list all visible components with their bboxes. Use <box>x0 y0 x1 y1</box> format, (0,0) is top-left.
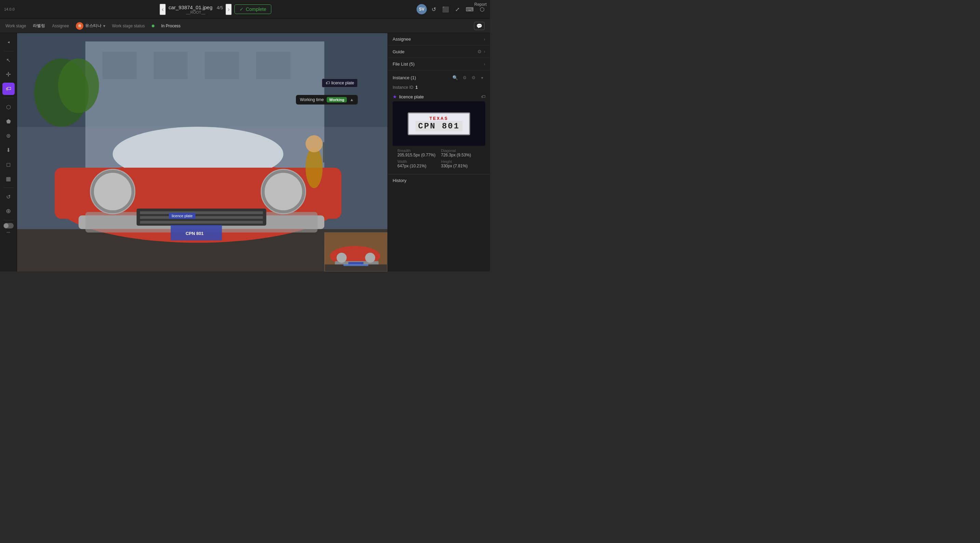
instance-filter-button[interactable]: ⚙ <box>461 74 468 82</box>
toolbar-divider-3 <box>3 187 14 188</box>
file-list-section-icons: › <box>484 62 485 67</box>
history-section: History <box>388 174 490 186</box>
collapse-working-icon[interactable]: ▲ <box>350 97 354 102</box>
plate-state: TEXAS <box>415 116 463 121</box>
next-file-button[interactable]: › <box>226 4 232 15</box>
instance-section-header: Instance (1) 🔍 ⚙ ⚙ ▾ <box>388 70 490 84</box>
file-list-section-title: File List (5) <box>393 62 415 67</box>
file-list-section: File List (5) › <box>388 58 490 70</box>
instance-section: Instance (1) 🔍 ⚙ ⚙ ▾ Instance ID 1 ★ lic… <box>388 70 490 174</box>
width-value: 647px (10.21%) <box>398 164 437 168</box>
filter-icon[interactable]: ⚙ <box>477 49 482 54</box>
file-root: __ROOT__ <box>169 10 223 14</box>
canvas-working-time[interactable]: Working time Working ▲ <box>296 95 358 105</box>
instance-tag-icon[interactable]: 🏷 <box>481 94 485 99</box>
instance-collapse-button[interactable]: ▾ <box>479 75 485 81</box>
collapse-panel-button[interactable]: ◂ <box>2 36 15 48</box>
file-index: 4/5 <box>216 5 223 10</box>
keyboard-button[interactable]: ⌨ <box>465 5 475 14</box>
breadth-value: 205,915.5px (0.77%) <box>398 152 437 157</box>
label-tag-icon: 🏷 <box>326 81 330 86</box>
grid-tool-button[interactable]: ▦ <box>2 173 15 185</box>
file-list-chevron-icon: › <box>484 62 485 67</box>
vertical-scrollbar[interactable] <box>323 142 324 163</box>
save-button[interactable]: ⬛ <box>441 5 450 14</box>
status-value: In Process <box>161 24 181 29</box>
erase-tool-button[interactable]: ◻ <box>2 158 15 170</box>
cursor-tool-button[interactable]: ↖ <box>2 54 15 66</box>
assignee-chevron-icon: › <box>484 37 485 42</box>
user-avatar[interactable]: SV <box>417 4 427 14</box>
report-label[interactable]: Report <box>474 2 487 7</box>
plate-preview: TEXAS CPN 801 <box>408 112 471 135</box>
polygon-tool-button[interactable]: ⬡ <box>2 101 15 113</box>
canvas-licence-label: 🏷 licence plate <box>322 79 358 87</box>
guide-chevron-icon: › <box>484 49 485 54</box>
svg-point-16 <box>94 173 132 210</box>
diagonal-value: 726.3px (9.53%) <box>441 152 481 157</box>
assignee-selector[interactable]: 유 유스티나 ▾ <box>76 22 105 30</box>
complete-button[interactable]: ✓ Complete <box>234 5 271 14</box>
instance-settings-button[interactable]: ⚙ <box>470 74 477 82</box>
toolbar-divider-4 <box>3 220 14 220</box>
height-value: 330px (7.81%) <box>441 164 481 168</box>
file-info: car_93874_01.jpeg 4/5 __ROOT__ <box>169 5 223 14</box>
status-label: Work stage status <box>112 24 145 29</box>
assignee-section: Assignee › <box>388 33 490 45</box>
guide-section-icons: ⚙ › <box>477 49 485 54</box>
breadth-stat: Breadth 205,915.5px (0.77%) <box>398 149 437 157</box>
assignee-section-title: Assignee <box>393 37 411 42</box>
undo-button[interactable]: ↺ <box>2 191 15 203</box>
working-status-badge: Working <box>327 97 347 102</box>
refresh-button[interactable]: ↺ <box>430 5 438 14</box>
working-time-label: Working time <box>300 97 324 102</box>
svg-rect-20 <box>140 211 263 214</box>
assignee-section-header[interactable]: Assignee › <box>388 33 490 45</box>
canvas-area[interactable]: CPN 801 🏷 licence plate Working time Wor… <box>17 33 388 272</box>
prev-file-button[interactable]: ‹ <box>159 4 166 15</box>
zoom-out-button[interactable]: ⊕ <box>2 205 15 217</box>
node-tool-button[interactable]: ⊛ <box>2 129 15 142</box>
width-stat: Width 647px (10.21%) <box>398 159 437 168</box>
thumbnail-preview <box>324 232 388 272</box>
thumbnail-highlight <box>344 264 368 266</box>
instance-id-value: 1 <box>415 85 418 90</box>
move-tool-button[interactable]: ✛ <box>2 68 15 81</box>
app-version: 14.0.0 <box>4 7 15 11</box>
right-panel: Assignee › Guide ⚙ › File List (5) › <box>388 33 490 272</box>
instance-item: ★ licence plate 🏷 TEXAS CPN 801 <box>388 92 490 174</box>
svg-rect-5 <box>205 52 239 79</box>
svg-point-8 <box>58 59 99 113</box>
instance-star-icon[interactable]: ★ <box>393 94 397 99</box>
toggle-switch[interactable] <box>3 223 14 229</box>
toolbar-divider-2 <box>3 98 14 98</box>
main-content: ◂ ↖ ✛ 🏷 ⬡ ⬟ ⊛ ⬇ ◻ ▦ ↺ ⊕ ••• <box>0 33 490 272</box>
assignee-avatar: 유 <box>76 22 83 30</box>
history-section-title: History <box>393 178 406 183</box>
comment-button[interactable]: 💬 <box>474 22 485 30</box>
top-bar: 14.0.0 ‹ car_93874_01.jpeg 4/5 __ROOT__ … <box>0 0 490 19</box>
tag-tool-button[interactable]: 🏷 <box>2 83 15 95</box>
file-name: car_93874_01.jpeg 4/5 <box>169 5 223 10</box>
svg-rect-3 <box>102 52 137 79</box>
top-bar-center: ‹ car_93874_01.jpeg 4/5 __ROOT__ › ✓ Com… <box>159 4 271 15</box>
work-stage-label: Work stage <box>5 24 26 29</box>
svg-point-26 <box>305 135 323 152</box>
instance-search-button[interactable]: 🔍 <box>451 74 459 82</box>
secondary-bar: Work stage 라벨링 Assignee 유 유스티나 ▾ Work st… <box>0 19 490 33</box>
height-label: Height <box>441 159 481 164</box>
file-list-section-header[interactable]: File List (5) › <box>388 58 490 70</box>
instance-thumbnail: TEXAS CPN 801 <box>393 102 485 146</box>
svg-rect-21 <box>140 216 263 219</box>
assignee-chevron-icon: ▾ <box>103 24 105 29</box>
svg-point-30 <box>337 253 347 263</box>
guide-section: Guide ⚙ › <box>388 45 490 58</box>
instance-id-label: Instance ID <box>393 85 414 90</box>
fullscreen-button[interactable]: ⤢ <box>454 5 461 14</box>
download-tool-button[interactable]: ⬇ <box>2 144 15 156</box>
width-label: Width <box>398 159 437 164</box>
guide-section-header[interactable]: Guide ⚙ › <box>388 45 490 58</box>
svg-point-25 <box>305 147 323 188</box>
status-dot-icon <box>152 25 154 27</box>
shape-tool-button[interactable]: ⬟ <box>2 115 15 127</box>
